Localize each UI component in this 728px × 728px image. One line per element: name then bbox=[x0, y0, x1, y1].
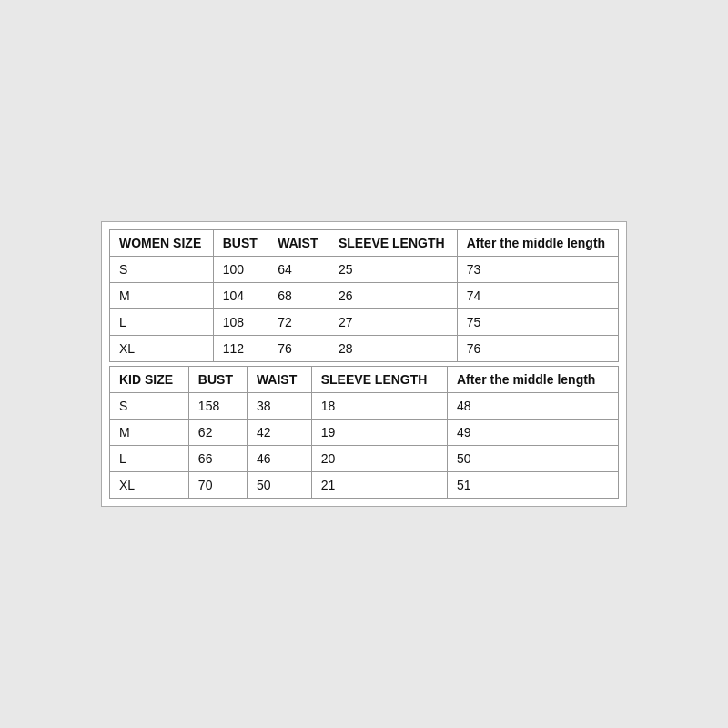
table-cell: L bbox=[110, 309, 214, 336]
table-cell: 158 bbox=[188, 393, 247, 420]
column-header: WOMEN SIZE bbox=[110, 230, 214, 257]
table-cell: 72 bbox=[268, 309, 329, 336]
column-header: SLEEVE LENGTH bbox=[329, 230, 457, 257]
size-chart-container: WOMEN SIZEBUSTWAISTSLEEVE LENGTHAfter th… bbox=[101, 221, 627, 507]
table-row: S100642573 bbox=[110, 257, 619, 283]
table-row: XL112762876 bbox=[110, 336, 619, 362]
table-cell: 27 bbox=[329, 309, 457, 336]
table-cell: 76 bbox=[457, 336, 618, 362]
column-header: WAIST bbox=[247, 367, 311, 393]
table-cell: 50 bbox=[247, 472, 311, 499]
table-row: M62421949 bbox=[110, 420, 619, 446]
table-cell: 100 bbox=[213, 257, 268, 283]
table-cell: 76 bbox=[268, 336, 329, 362]
table-cell: 68 bbox=[268, 283, 329, 309]
table-cell: 50 bbox=[447, 446, 618, 472]
column-header: WAIST bbox=[268, 230, 329, 257]
table-cell: 48 bbox=[447, 393, 618, 420]
column-header: After the middle length bbox=[457, 230, 618, 257]
table-cell: S bbox=[110, 393, 189, 420]
table-cell: 74 bbox=[457, 283, 618, 309]
table-cell: 21 bbox=[311, 472, 447, 499]
column-header: KID SIZE bbox=[110, 367, 189, 393]
women-size-table: WOMEN SIZEBUSTWAISTSLEEVE LENGTHAfter th… bbox=[109, 229, 619, 362]
table-cell: 25 bbox=[329, 257, 457, 283]
table-cell: 38 bbox=[247, 393, 311, 420]
table-cell: S bbox=[110, 257, 214, 283]
table-cell: 104 bbox=[213, 283, 268, 309]
table-cell: 75 bbox=[457, 309, 618, 336]
table-cell: 112 bbox=[213, 336, 268, 362]
table-row: S158381848 bbox=[110, 393, 619, 420]
table-row: M104682674 bbox=[110, 283, 619, 309]
table-cell: XL bbox=[110, 472, 189, 499]
column-header: BUST bbox=[188, 367, 247, 393]
table-cell: 62 bbox=[188, 420, 247, 446]
table-cell: L bbox=[110, 446, 189, 472]
column-header: After the middle length bbox=[447, 367, 618, 393]
table-cell: XL bbox=[110, 336, 214, 362]
table-cell: 42 bbox=[247, 420, 311, 446]
table-cell: 20 bbox=[311, 446, 447, 472]
table-cell: 51 bbox=[447, 472, 618, 499]
kid-size-table: KID SIZEBUSTWAISTSLEEVE LENGTHAfter the … bbox=[109, 366, 619, 499]
table-cell: 19 bbox=[311, 420, 447, 446]
table-cell: 108 bbox=[213, 309, 268, 336]
table-cell: 49 bbox=[447, 420, 618, 446]
table-row: L108722775 bbox=[110, 309, 619, 336]
table-row: L66462050 bbox=[110, 446, 619, 472]
table-cell: 26 bbox=[329, 283, 457, 309]
table-cell: 18 bbox=[311, 393, 447, 420]
table-cell: 46 bbox=[247, 446, 311, 472]
table-row: XL70502151 bbox=[110, 472, 619, 499]
table-cell: 73 bbox=[457, 257, 618, 283]
column-header: SLEEVE LENGTH bbox=[311, 367, 447, 393]
table-cell: 28 bbox=[329, 336, 457, 362]
table-cell: M bbox=[110, 420, 189, 446]
table-cell: M bbox=[110, 283, 214, 309]
column-header: BUST bbox=[213, 230, 268, 257]
table-cell: 66 bbox=[188, 446, 247, 472]
table-cell: 64 bbox=[268, 257, 329, 283]
table-cell: 70 bbox=[188, 472, 247, 499]
